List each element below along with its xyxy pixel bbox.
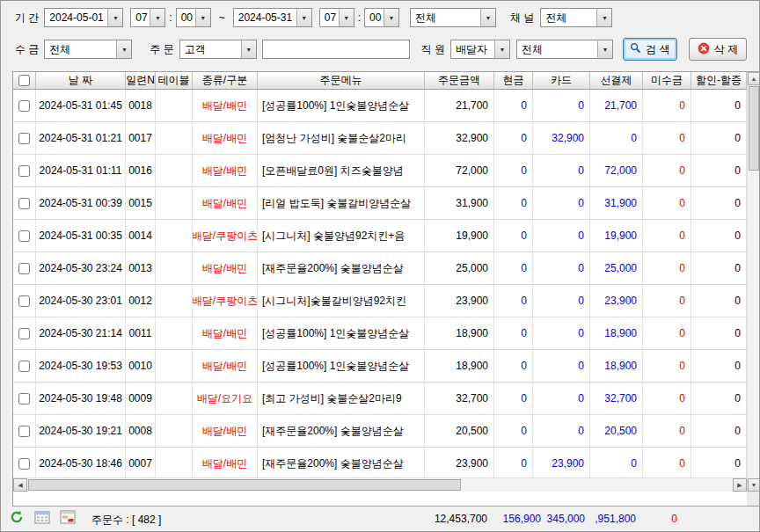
table-row[interactable]: 2024-05-30 23:24 0013 배달/배민 [재주문율200%] 숯…: [13, 252, 747, 285]
chevron-down-icon[interactable]: ▼: [195, 9, 210, 26]
refresh-button[interactable]: [7, 509, 26, 527]
calendar-button[interactable]: [33, 509, 52, 527]
header-amount[interactable]: 주문금액: [425, 72, 494, 89]
date-to-picker[interactable]: 2024-05-31 ▼: [233, 8, 312, 27]
cell-amount: 18,900: [425, 317, 494, 349]
row-checkbox[interactable]: [18, 230, 30, 242]
search-button[interactable]: 검 색: [623, 38, 677, 61]
cell-amount: 72,000: [425, 155, 494, 186]
table-row[interactable]: 2024-05-30 18:46 0007 배달/배민 [재주문율200%] 숯…: [13, 448, 747, 480]
horizontal-scroll-thumb[interactable]: [28, 479, 461, 491]
scroll-left-icon[interactable]: ◀: [13, 478, 27, 492]
row-checkbox[interactable]: [18, 393, 30, 404]
scroll-down-icon[interactable]: ▼: [748, 478, 760, 492]
row-checkbox-cell: [13, 448, 36, 479]
header-table[interactable]: 테이블: [156, 72, 193, 89]
cell-menu: [오픈배달료0원] 치즈숯불양념: [258, 155, 425, 186]
cell-prepaid: 19,900: [590, 220, 643, 251]
table-row[interactable]: 2024-05-31 00:39 0015 배달/배민 [리얼 밥도둑] 숯불갈…: [13, 187, 747, 220]
vertical-scroll-thumb[interactable]: [749, 86, 759, 171]
chevron-down-icon[interactable]: ▼: [296, 9, 311, 26]
table-row[interactable]: 2024-05-31 01:45 0018 배달/배민 [성공률100%] 1인…: [13, 90, 747, 122]
table-row[interactable]: 2024-05-30 19:21 0008 배달/배민 [재주문율200%] 숯…: [13, 415, 747, 448]
row-checkbox[interactable]: [18, 328, 30, 339]
row-checkbox[interactable]: [18, 263, 30, 274]
export-button[interactable]: [58, 509, 77, 527]
chevron-down-icon[interactable]: ▼: [339, 9, 354, 26]
cell-discount: 0: [691, 90, 747, 121]
header-prepaid[interactable]: 선결제: [590, 72, 643, 89]
cell-table: [156, 415, 193, 447]
channel-label: 채 널: [510, 11, 534, 26]
cell-table: [156, 90, 193, 121]
table-row[interactable]: 2024-05-30 21:14 0011 배달/배민 [성공률100%] 1인…: [13, 317, 747, 350]
scroll-up-icon[interactable]: ▲: [748, 72, 760, 85]
hour-from-combo[interactable]: 07 ▼: [130, 8, 165, 27]
header-cash[interactable]: 현금: [494, 72, 533, 89]
table-row[interactable]: 2024-05-30 19:48 0009 배달/요기요 [최고 가성비] 숯불…: [13, 383, 747, 415]
row-checkbox[interactable]: [18, 133, 30, 144]
row-checkbox[interactable]: [18, 426, 30, 437]
header-date[interactable]: 날 짜: [36, 72, 126, 89]
refresh-arrows-icon: [10, 510, 24, 527]
row-checkbox[interactable]: [18, 100, 30, 112]
chevron-down-icon[interactable]: ▼: [494, 40, 509, 58]
row-checkbox[interactable]: [18, 458, 30, 470]
chevron-down-icon[interactable]: ▼: [480, 9, 495, 26]
channel-combo[interactable]: 전체 ▼: [540, 8, 612, 27]
row-checkbox-cell: [13, 122, 36, 154]
cell-unpaid: 0: [643, 383, 691, 414]
staff-filter-combo[interactable]: 전체 ▼: [516, 40, 613, 59]
cell-cash: 0: [494, 122, 533, 154]
cell-table: [156, 220, 193, 251]
chevron-down-icon[interactable]: ▼: [241, 40, 256, 58]
header-unpaid[interactable]: 미수금: [643, 72, 691, 89]
row-checkbox[interactable]: [18, 295, 30, 307]
chevron-down-icon[interactable]: ▼: [596, 9, 611, 26]
header-type[interactable]: 종류/구분: [193, 72, 258, 89]
chevron-down-icon[interactable]: ▼: [597, 40, 612, 58]
collect-filter-combo[interactable]: 전체 ▼: [44, 40, 132, 59]
row-checkbox[interactable]: [18, 198, 30, 209]
row-checkbox-cell: [13, 383, 36, 414]
scroll-right-icon[interactable]: ▶: [733, 478, 747, 492]
cell-type: 배달/배민: [193, 415, 258, 447]
date-from-picker[interactable]: 2024-05-01 ▼: [44, 8, 123, 27]
staff-type-combo[interactable]: 배달자 ▼: [450, 40, 510, 59]
table-row[interactable]: 2024-05-31 01:21 0017 배달/배민 [엄청난 가성비] 숯불…: [13, 122, 747, 155]
table-row[interactable]: 2024-05-31 00:35 0014 배달/쿠팡이츠 [시그니처] 숯불양…: [13, 220, 747, 252]
chevron-down-icon[interactable]: ▼: [107, 9, 122, 26]
delete-button-label: 삭 제: [714, 42, 738, 57]
cell-menu: [재주문율200%] 숯불양념순살: [258, 448, 425, 479]
header-serial[interactable]: 일련N: [126, 72, 156, 89]
cell-unpaid: 0: [643, 350, 691, 382]
cell-type: 배달/배민: [193, 448, 258, 479]
table-row[interactable]: 2024-05-30 19:53 0010 배달/배민 [성공률100%] 1인…: [13, 350, 747, 383]
cell-cash: 0: [494, 285, 533, 317]
row-checkbox[interactable]: [18, 361, 30, 372]
minute-from-combo[interactable]: 00 ▼: [176, 8, 211, 27]
minute-to-combo[interactable]: 00 ▼: [364, 8, 399, 27]
order-target-combo[interactable]: 고객 ▼: [179, 40, 257, 59]
keyword-input[interactable]: [262, 40, 410, 59]
hour-to-combo[interactable]: 07 ▼: [319, 8, 354, 27]
cell-date: 2024-05-31 01:11: [36, 155, 126, 186]
row-checkbox[interactable]: [18, 165, 30, 177]
chevron-down-icon[interactable]: ▼: [384, 9, 398, 26]
chevron-down-icon[interactable]: ▼: [116, 40, 131, 58]
header-discount[interactable]: 할인-할증: [691, 72, 747, 89]
table-row[interactable]: 2024-05-30 23:01 0012 배달/쿠팡이츠 [시그니처]숯불갈비…: [13, 285, 747, 317]
status-filter-combo[interactable]: 전체 ▼: [410, 8, 496, 27]
cell-discount: 0: [691, 415, 747, 447]
select-all-checkbox[interactable]: [18, 75, 30, 86]
cell-discount: 0: [691, 252, 747, 284]
horizontal-scrollbar[interactable]: ◀ ▶: [13, 477, 747, 492]
table-row[interactable]: 2024-05-31 01:11 0016 배달/배민 [오픈배달료0원] 치즈…: [13, 155, 747, 187]
header-card[interactable]: 카드: [533, 72, 590, 89]
vertical-scrollbar[interactable]: ▲ ▼: [747, 72, 759, 492]
cell-prepaid: 20,500: [590, 415, 643, 447]
delete-button[interactable]: 삭 제: [689, 38, 747, 61]
minute-from-value: 00: [177, 9, 195, 26]
header-menu[interactable]: 주문메뉴: [258, 72, 425, 89]
chevron-down-icon[interactable]: ▼: [150, 9, 164, 26]
